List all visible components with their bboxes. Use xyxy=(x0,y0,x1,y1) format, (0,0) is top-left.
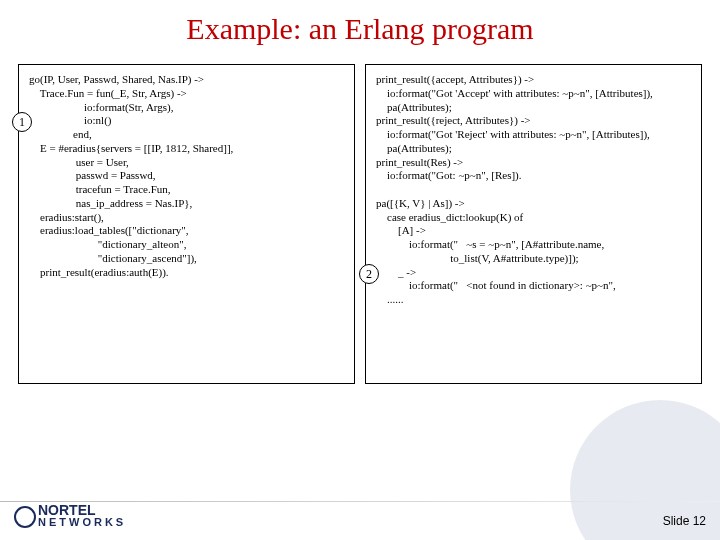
callout-badge-1: 1 xyxy=(12,112,32,132)
callout-badge-2: 2 xyxy=(359,264,379,284)
slide-title: Example: an Erlang program xyxy=(0,12,720,46)
left-panel-wrap: 1 go(IP, User, Passwd, Shared, Nas.IP) -… xyxy=(18,64,355,384)
nortel-logo: NORTEL NETWORKS xyxy=(14,503,126,528)
slide-footer: NORTEL NETWORKS Slide 12 xyxy=(0,490,720,534)
code-panel-left: go(IP, User, Passwd, Shared, Nas.IP) -> … xyxy=(18,64,355,384)
globe-icon xyxy=(14,506,34,526)
logo-line2: NETWORKS xyxy=(38,517,126,528)
code-columns: 1 go(IP, User, Passwd, Shared, Nas.IP) -… xyxy=(0,46,720,384)
slide-number: Slide 12 xyxy=(663,514,706,528)
logo-text: NORTEL NETWORKS xyxy=(38,503,126,528)
code-panel-right: print_result({accept, Attributes}) -> io… xyxy=(365,64,702,384)
right-panel-wrap: 2 print_result({accept, Attributes}) -> … xyxy=(365,64,702,384)
